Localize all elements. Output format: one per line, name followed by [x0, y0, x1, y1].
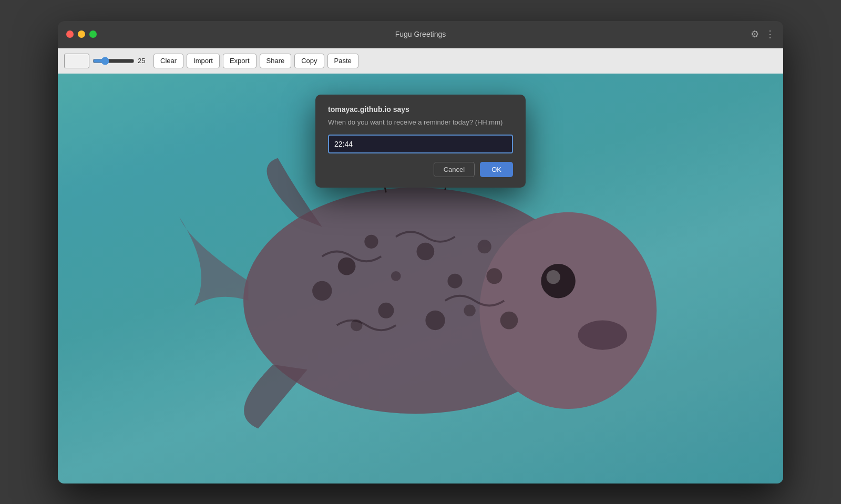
close-button[interactable] [66, 30, 74, 38]
minimize-button[interactable] [78, 30, 85, 38]
dialog-origin: tomayac.github.io says [328, 105, 513, 114]
dialog-buttons: Cancel OK [328, 162, 513, 177]
dialog-overlay: tomayac.github.io says When do you want … [58, 74, 783, 484]
traffic-lights [66, 30, 97, 38]
brush-size-slider[interactable] [93, 57, 135, 65]
canvas-background[interactable]: tomayac.github.io says When do you want … [58, 74, 783, 484]
mac-window: Fugu Greetings ⚙ ⋮ 25 Clear Import Expor… [58, 21, 783, 484]
color-swatch[interactable] [64, 54, 89, 68]
dialog-box: tomayac.github.io says When do you want … [315, 95, 526, 188]
export-button[interactable]: Export [223, 54, 257, 68]
window-title: Fugu Greetings [395, 30, 446, 38]
cancel-button[interactable]: Cancel [434, 162, 475, 177]
menu-icon[interactable]: ⋮ [765, 28, 775, 40]
content-area: tomayac.github.io says When do you want … [58, 74, 783, 484]
ok-button[interactable]: OK [480, 162, 513, 177]
title-bar-icons: ⚙ ⋮ [751, 28, 775, 40]
extensions-icon[interactable]: ⚙ [751, 28, 759, 40]
title-bar: Fugu Greetings ⚙ ⋮ [58, 21, 783, 48]
toolbar: 25 Clear Import Export Share Copy Paste [58, 48, 783, 74]
slider-container: 25 [93, 57, 150, 65]
copy-button[interactable]: Copy [294, 54, 324, 68]
reminder-time-input[interactable] [328, 135, 513, 153]
paste-button[interactable]: Paste [327, 54, 358, 68]
share-button[interactable]: Share [260, 54, 292, 68]
maximize-button[interactable] [89, 30, 97, 38]
dialog-message: When do you want to receive a reminder t… [328, 118, 513, 127]
import-button[interactable]: Import [187, 54, 220, 68]
brush-size-value: 25 [138, 57, 150, 65]
clear-button[interactable]: Clear [153, 54, 183, 68]
